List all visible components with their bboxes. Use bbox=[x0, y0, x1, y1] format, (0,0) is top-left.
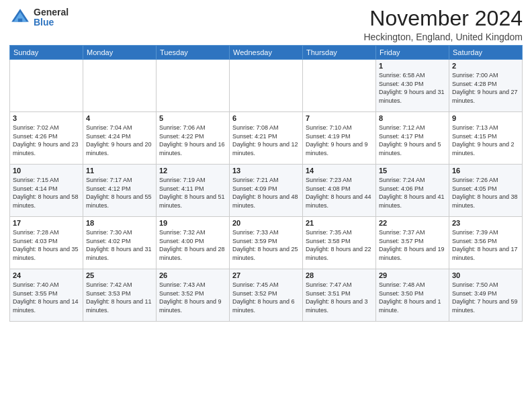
day-detail: Sunrise: 7:35 AMSunset: 3:58 PMDaylight:… bbox=[306, 228, 373, 262]
day-detail: Sunrise: 7:15 AMSunset: 4:14 PMDaylight:… bbox=[13, 176, 80, 210]
day-number: 30 bbox=[452, 271, 519, 279]
day-detail: Sunrise: 7:28 AMSunset: 4:03 PMDaylight:… bbox=[13, 228, 80, 262]
month-title: November 2024 bbox=[363, 7, 523, 30]
day-detail: Sunrise: 7:32 AMSunset: 4:00 PMDaylight:… bbox=[159, 228, 226, 262]
day-detail: Sunrise: 7:45 AMSunset: 3:52 PMDaylight:… bbox=[232, 281, 300, 314]
calendar-week-3: 10Sunrise: 7:15 AMSunset: 4:14 PMDayligh… bbox=[10, 165, 523, 217]
table-row bbox=[83, 60, 157, 112]
day-number: 26 bbox=[159, 271, 226, 279]
day-detail: Sunrise: 7:13 AMSunset: 4:15 PMDaylight:… bbox=[452, 124, 519, 157]
col-friday: Friday bbox=[376, 46, 449, 60]
day-detail: Sunrise: 7:26 AMSunset: 4:05 PMDaylight:… bbox=[452, 176, 519, 210]
day-detail: Sunrise: 7:43 AMSunset: 3:52 PMDaylight:… bbox=[159, 281, 226, 314]
day-number: 17 bbox=[13, 219, 80, 227]
day-number: 25 bbox=[86, 271, 153, 279]
col-saturday: Saturday bbox=[449, 46, 523, 60]
day-number: 14 bbox=[306, 167, 373, 175]
day-number: 21 bbox=[306, 219, 373, 227]
day-number: 23 bbox=[452, 219, 519, 227]
day-number: 16 bbox=[452, 167, 519, 175]
day-detail: Sunrise: 7:30 AMSunset: 4:02 PMDaylight:… bbox=[86, 228, 153, 262]
logo-text: General Blue bbox=[34, 7, 69, 28]
table-row: 12Sunrise: 7:19 AMSunset: 4:11 PMDayligh… bbox=[157, 165, 230, 217]
table-row: 4Sunrise: 7:04 AMSunset: 4:24 PMDaylight… bbox=[83, 112, 157, 165]
day-number: 29 bbox=[379, 271, 446, 279]
day-detail: Sunrise: 7:19 AMSunset: 4:11 PMDaylight:… bbox=[159, 176, 226, 210]
table-row: 27Sunrise: 7:45 AMSunset: 3:52 PMDayligh… bbox=[230, 269, 303, 322]
logo-general-text: General bbox=[34, 7, 69, 17]
day-detail: Sunrise: 7:00 AMSunset: 4:28 PMDaylight:… bbox=[452, 71, 519, 105]
table-row: 30Sunrise: 7:50 AMSunset: 3:49 PMDayligh… bbox=[449, 269, 523, 322]
calendar-week-1: 1Sunrise: 6:58 AMSunset: 4:30 PMDaylight… bbox=[10, 60, 523, 112]
day-detail: Sunrise: 7:33 AMSunset: 3:59 PMDaylight:… bbox=[232, 228, 300, 262]
table-row: 28Sunrise: 7:47 AMSunset: 3:51 PMDayligh… bbox=[303, 269, 376, 322]
col-tuesday: Tuesday bbox=[157, 46, 230, 60]
table-row: 11Sunrise: 7:17 AMSunset: 4:12 PMDayligh… bbox=[83, 165, 157, 217]
table-row: 19Sunrise: 7:32 AMSunset: 4:00 PMDayligh… bbox=[157, 217, 230, 269]
svg-rect-2 bbox=[18, 19, 22, 22]
day-number: 4 bbox=[86, 114, 153, 122]
table-row: 3Sunrise: 7:02 AMSunset: 4:26 PMDaylight… bbox=[10, 112, 83, 165]
location: Heckington, England, United Kingdom bbox=[363, 32, 523, 42]
day-detail: Sunrise: 7:02 AMSunset: 4:26 PMDaylight:… bbox=[13, 124, 80, 157]
table-row: 14Sunrise: 7:23 AMSunset: 4:08 PMDayligh… bbox=[303, 165, 376, 217]
day-detail: Sunrise: 7:23 AMSunset: 4:08 PMDaylight:… bbox=[306, 176, 373, 210]
table-row: 23Sunrise: 7:39 AMSunset: 3:56 PMDayligh… bbox=[449, 217, 523, 269]
table-row: 10Sunrise: 7:15 AMSunset: 4:14 PMDayligh… bbox=[10, 165, 83, 217]
table-row: 15Sunrise: 7:24 AMSunset: 4:06 PMDayligh… bbox=[376, 165, 449, 217]
day-number: 27 bbox=[232, 271, 300, 279]
day-detail: Sunrise: 7:04 AMSunset: 4:24 PMDaylight:… bbox=[86, 124, 153, 157]
table-row: 21Sunrise: 7:35 AMSunset: 3:58 PMDayligh… bbox=[303, 217, 376, 269]
calendar-week-4: 17Sunrise: 7:28 AMSunset: 4:03 PMDayligh… bbox=[10, 217, 523, 269]
table-row: 9Sunrise: 7:13 AMSunset: 4:15 PMDaylight… bbox=[449, 112, 523, 165]
logo: General Blue bbox=[9, 7, 69, 28]
title-block: November 2024 Heckington, England, Unite… bbox=[363, 7, 523, 42]
table-row: 1Sunrise: 6:58 AMSunset: 4:30 PMDaylight… bbox=[376, 60, 449, 112]
day-detail: Sunrise: 7:06 AMSunset: 4:22 PMDaylight:… bbox=[159, 124, 226, 157]
table-row: 2Sunrise: 7:00 AMSunset: 4:28 PMDaylight… bbox=[449, 60, 523, 112]
day-number: 2 bbox=[452, 62, 519, 70]
logo-icon bbox=[9, 7, 31, 28]
day-number: 9 bbox=[452, 114, 519, 122]
day-number: 19 bbox=[159, 219, 226, 227]
day-number: 10 bbox=[13, 167, 80, 175]
day-number: 24 bbox=[13, 271, 80, 279]
table-row bbox=[10, 60, 83, 112]
table-row: 5Sunrise: 7:06 AMSunset: 4:22 PMDaylight… bbox=[157, 112, 230, 165]
day-number: 1 bbox=[379, 62, 446, 70]
day-number: 6 bbox=[232, 114, 300, 122]
day-number: 20 bbox=[232, 219, 300, 227]
table-row bbox=[303, 60, 376, 112]
calendar-week-2: 3Sunrise: 7:02 AMSunset: 4:26 PMDaylight… bbox=[10, 112, 523, 165]
day-number: 8 bbox=[379, 114, 446, 122]
table-row: 7Sunrise: 7:10 AMSunset: 4:19 PMDaylight… bbox=[303, 112, 376, 165]
day-detail: Sunrise: 7:24 AMSunset: 4:06 PMDaylight:… bbox=[379, 176, 446, 210]
day-number: 5 bbox=[159, 114, 226, 122]
table-row: 8Sunrise: 7:12 AMSunset: 4:17 PMDaylight… bbox=[376, 112, 449, 165]
table-row: 25Sunrise: 7:42 AMSunset: 3:53 PMDayligh… bbox=[83, 269, 157, 322]
logo-blue-text: Blue bbox=[34, 17, 69, 28]
table-row: 17Sunrise: 7:28 AMSunset: 4:03 PMDayligh… bbox=[10, 217, 83, 269]
day-detail: Sunrise: 6:58 AMSunset: 4:30 PMDaylight:… bbox=[379, 71, 446, 105]
day-number: 3 bbox=[13, 114, 80, 122]
day-number: 7 bbox=[306, 114, 373, 122]
day-detail: Sunrise: 7:21 AMSunset: 4:09 PMDaylight:… bbox=[232, 176, 300, 210]
day-number: 28 bbox=[306, 271, 373, 279]
day-detail: Sunrise: 7:50 AMSunset: 3:49 PMDaylight:… bbox=[452, 281, 519, 314]
table-row: 24Sunrise: 7:40 AMSunset: 3:55 PMDayligh… bbox=[10, 269, 83, 322]
day-detail: Sunrise: 7:10 AMSunset: 4:19 PMDaylight:… bbox=[306, 124, 373, 157]
col-sunday: Sunday bbox=[10, 46, 83, 60]
table-row bbox=[157, 60, 230, 112]
day-detail: Sunrise: 7:12 AMSunset: 4:17 PMDaylight:… bbox=[379, 124, 446, 157]
table-row: 26Sunrise: 7:43 AMSunset: 3:52 PMDayligh… bbox=[157, 269, 230, 322]
table-row: 29Sunrise: 7:48 AMSunset: 3:50 PMDayligh… bbox=[376, 269, 449, 322]
day-number: 15 bbox=[379, 167, 446, 175]
col-thursday: Thursday bbox=[303, 46, 376, 60]
day-detail: Sunrise: 7:48 AMSunset: 3:50 PMDaylight:… bbox=[379, 281, 446, 314]
header: General Blue November 2024 Heckington, E… bbox=[9, 7, 523, 42]
day-number: 18 bbox=[86, 219, 153, 227]
table-row: 20Sunrise: 7:33 AMSunset: 3:59 PMDayligh… bbox=[230, 217, 303, 269]
table-row: 22Sunrise: 7:37 AMSunset: 3:57 PMDayligh… bbox=[376, 217, 449, 269]
day-detail: Sunrise: 7:37 AMSunset: 3:57 PMDaylight:… bbox=[379, 228, 446, 262]
table-row: 6Sunrise: 7:08 AMSunset: 4:21 PMDaylight… bbox=[230, 112, 303, 165]
